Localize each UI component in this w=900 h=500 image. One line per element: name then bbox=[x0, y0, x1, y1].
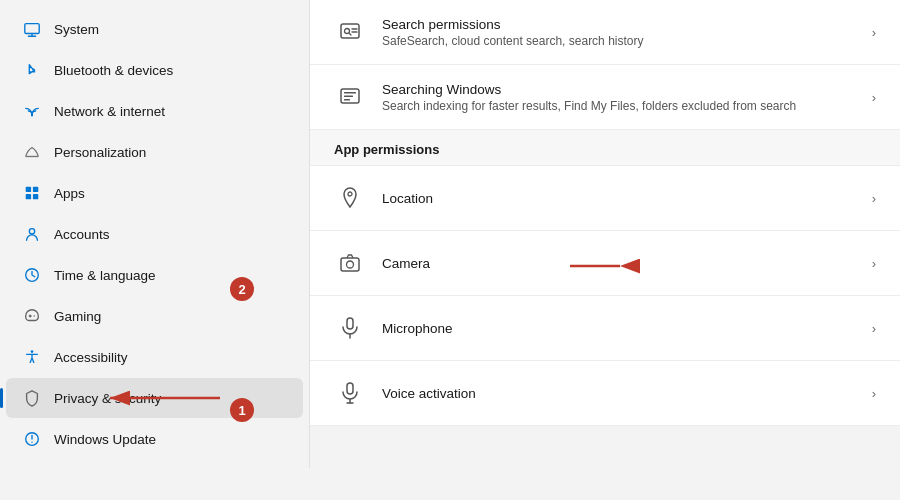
voice-activation-chevron: › bbox=[872, 386, 876, 401]
camera-chevron: › bbox=[872, 256, 876, 271]
svg-point-31 bbox=[347, 261, 354, 268]
svg-point-3 bbox=[31, 114, 33, 116]
sidebar-label-accounts: Accounts bbox=[54, 227, 110, 242]
sidebar-label-system: System bbox=[54, 22, 99, 37]
sidebar-item-accounts[interactable]: Accounts bbox=[6, 214, 303, 254]
personalization-icon bbox=[22, 142, 42, 162]
apps-icon bbox=[22, 183, 42, 203]
searching-windows-text: Searching Windows Search indexing for fa… bbox=[382, 82, 856, 113]
svg-point-9 bbox=[29, 229, 34, 234]
sidebar-label-privacy: Privacy & security bbox=[54, 391, 161, 406]
svg-rect-32 bbox=[347, 318, 353, 329]
app-permissions-header: App permissions bbox=[310, 130, 900, 166]
camera-title: Camera bbox=[382, 256, 856, 271]
microphone-row[interactable]: Microphone › bbox=[310, 296, 900, 361]
location-icon bbox=[334, 182, 366, 214]
microphone-chevron: › bbox=[872, 321, 876, 336]
time-icon bbox=[22, 265, 42, 285]
microphone-text: Microphone bbox=[382, 321, 856, 336]
system-icon bbox=[22, 19, 42, 39]
svg-rect-30 bbox=[341, 258, 359, 271]
microphone-icon bbox=[334, 312, 366, 344]
svg-rect-26 bbox=[344, 92, 356, 94]
location-row[interactable]: Location › bbox=[310, 166, 900, 231]
annotation-badge-1: 1 bbox=[230, 398, 254, 422]
annotation-badge-2: 2 bbox=[230, 277, 254, 301]
main-content-wrapper: Search permissions SafeSearch, cloud con… bbox=[310, 0, 900, 500]
location-text: Location bbox=[382, 191, 856, 206]
svg-rect-28 bbox=[344, 99, 350, 101]
sidebar-item-bluetooth[interactable]: Bluetooth & devices bbox=[6, 50, 303, 90]
accessibility-icon bbox=[22, 347, 42, 367]
svg-rect-27 bbox=[344, 96, 353, 98]
search-permissions-text: Search permissions SafeSearch, cloud con… bbox=[382, 17, 856, 48]
sidebar-item-personalization[interactable]: Personalization bbox=[6, 132, 303, 172]
searching-windows-subtitle: Search indexing for faster results, Find… bbox=[382, 99, 856, 113]
sidebar-label-apps: Apps bbox=[54, 186, 85, 201]
sidebar-label-accessibility: Accessibility bbox=[54, 350, 128, 365]
camera-row[interactable]: Camera › bbox=[310, 231, 900, 296]
sidebar-item-windows-update[interactable]: Windows Update bbox=[6, 419, 303, 459]
bluetooth-icon bbox=[22, 60, 42, 80]
location-chevron: › bbox=[872, 191, 876, 206]
sidebar-item-time[interactable]: Time & language bbox=[6, 255, 303, 295]
settings-main: Search permissions SafeSearch, cloud con… bbox=[310, 0, 900, 426]
search-permissions-icon bbox=[334, 16, 366, 48]
search-permissions-subtitle: SafeSearch, cloud content search, search… bbox=[382, 34, 856, 48]
svg-rect-8 bbox=[33, 194, 38, 199]
sidebar-item-network[interactable]: Network & internet bbox=[6, 91, 303, 131]
voice-activation-row[interactable]: Voice activation › bbox=[310, 361, 900, 426]
searching-windows-row[interactable]: Searching Windows Search indexing for fa… bbox=[310, 65, 900, 130]
search-permissions-title: Search permissions bbox=[382, 17, 856, 32]
svg-point-13 bbox=[34, 315, 35, 316]
svg-line-22 bbox=[349, 33, 351, 35]
svg-point-29 bbox=[348, 192, 352, 196]
sidebar-label-gaming: Gaming bbox=[54, 309, 101, 324]
windows-update-icon bbox=[22, 429, 42, 449]
accounts-icon bbox=[22, 224, 42, 244]
sidebar-item-privacy[interactable]: Privacy & security bbox=[6, 378, 303, 418]
camera-icon bbox=[334, 247, 366, 279]
gaming-icon bbox=[22, 306, 42, 326]
svg-rect-5 bbox=[26, 187, 31, 192]
svg-rect-7 bbox=[26, 194, 31, 199]
voice-activation-icon bbox=[334, 377, 366, 409]
sidebar-item-accessibility[interactable]: Accessibility bbox=[6, 337, 303, 377]
location-title: Location bbox=[382, 191, 856, 206]
sidebar-label-bluetooth: Bluetooth & devices bbox=[54, 63, 173, 78]
voice-activation-title: Voice activation bbox=[382, 386, 856, 401]
privacy-icon bbox=[22, 388, 42, 408]
voice-activation-text: Voice activation bbox=[382, 386, 856, 401]
sidebar-item-apps[interactable]: Apps bbox=[6, 173, 303, 213]
search-permissions-chevron: › bbox=[872, 25, 876, 40]
searching-windows-icon bbox=[334, 81, 366, 113]
search-permissions-row[interactable]: Search permissions SafeSearch, cloud con… bbox=[310, 0, 900, 65]
sidebar-item-system[interactable]: System bbox=[6, 9, 303, 49]
svg-point-14 bbox=[31, 350, 34, 353]
svg-point-17 bbox=[31, 441, 32, 442]
searching-windows-title: Searching Windows bbox=[382, 82, 856, 97]
sidebar-label-time: Time & language bbox=[54, 268, 156, 283]
sidebar-item-gaming[interactable]: Gaming bbox=[6, 296, 303, 336]
svg-rect-34 bbox=[347, 383, 353, 394]
svg-rect-6 bbox=[33, 187, 38, 192]
microphone-title: Microphone bbox=[382, 321, 856, 336]
sidebar-label-network: Network & internet bbox=[54, 104, 165, 119]
sidebar-label-windows-update: Windows Update bbox=[54, 432, 156, 447]
sidebar-label-personalization: Personalization bbox=[54, 145, 146, 160]
network-icon bbox=[22, 101, 42, 121]
settings-sidebar: System Bluetooth & devices bbox=[0, 0, 310, 468]
camera-text: Camera bbox=[382, 256, 856, 271]
searching-windows-chevron: › bbox=[872, 90, 876, 105]
svg-rect-0 bbox=[25, 24, 39, 34]
